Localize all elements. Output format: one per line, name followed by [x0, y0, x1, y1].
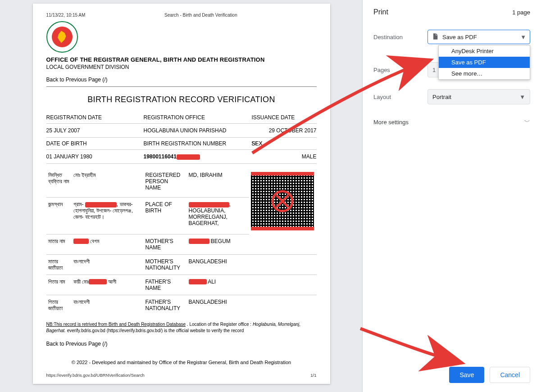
gov-logo	[46, 21, 78, 53]
row-father-nat-en-value: BANGLADESHI	[187, 295, 317, 315]
destination-option-saveaspdf[interactable]: Save as PDF	[439, 57, 530, 68]
destination-label: Destination	[373, 34, 427, 41]
layout-value: Portrait	[432, 94, 451, 100]
back-link-top[interactable]: Back to Previous Page (/)	[46, 77, 317, 83]
val-issuance-date: 29 OCTOBER 2017	[252, 124, 317, 138]
row-place-en-value: , HOGLABUNIA, MORRELGANJ, BAGERHAT,	[187, 198, 249, 234]
row-father-bn-value: কারী মোঃ আলী	[72, 275, 144, 295]
hdr-brn: BIRTH REGISTRATION NUMBER	[144, 138, 252, 150]
row-father-en-label: FATHER'S NAME	[144, 275, 187, 295]
more-settings-toggle[interactable]: More settings ﹀	[373, 116, 530, 128]
chevron-down-icon: ▼	[519, 94, 525, 100]
page-count: 1 page	[512, 9, 530, 16]
footer-page-number: 1/1	[310, 373, 316, 378]
doc-timestamp: 11/13/22, 10:15 AM	[46, 13, 86, 18]
row-place-bn-value: গ্রাম- , ডাকঘর- হোগলাবুনিয়া, উপজেল- মোড…	[72, 198, 144, 234]
footer-url: https://everify.bdris.gov.bd/UBRNVerific…	[46, 373, 145, 378]
row-name-en-value: MD, IBRAHIM	[187, 168, 249, 198]
layout-label: Layout	[373, 94, 427, 100]
row-father-en-value: ALI	[187, 275, 317, 295]
row-name-en-label: REGISTERED PERSON NAME	[144, 168, 187, 198]
doc-header-center: Search - Birth and Death Verification	[164, 13, 237, 18]
save-button[interactable]: Save	[449, 367, 484, 383]
row-name-bn-label: নিবন্ধিত ব্যক্তির নাম	[46, 168, 72, 198]
back-link-bottom[interactable]: Back to Previous Page (/)	[46, 341, 317, 347]
destination-dropdown[interactable]: AnyDesk Printer Save as PDF See more…	[438, 45, 530, 80]
row-mother-nat-bn-value: বাংলাদেশী	[72, 254, 144, 275]
destination-value: Save as PDF	[442, 34, 477, 41]
destination-option-anydesk[interactable]: AnyDesk Printer	[439, 45, 530, 57]
chevron-down-icon: ﹀	[524, 118, 530, 126]
nb-note: NB:This record is retrived from Birth an…	[46, 321, 317, 334]
row-father-bn-label: পিতার নাম	[46, 275, 72, 295]
row-mother-en-label: MOTHER'S NAME	[144, 234, 187, 254]
hdr-reg-date: REGISTRATION DATE	[46, 112, 144, 124]
qr-code	[251, 172, 314, 230]
hdr-dob: DATE OF BIRTH	[46, 138, 144, 150]
office-title: OFFICE OF THE REGISTRAR GENERAL, BIRTH A…	[46, 56, 317, 63]
cancel-button[interactable]: Cancel	[490, 367, 530, 383]
row-father-nat-bn-value: বাংলাদেশী	[72, 295, 144, 315]
row-name-bn-value: মোঃ ইব্রাহীম	[72, 168, 144, 198]
print-title: Print	[373, 8, 388, 16]
row-mother-nat-en-label: MOTHER'S NATIONALITY	[144, 254, 187, 275]
office-subtitle: LOCAL GOVERNMENT DIVISION	[46, 64, 317, 70]
val-dob: 01 JANUARY 1980	[46, 150, 144, 164]
print-panel: Print 1 page Destination Save as PDF ▼	[363, 0, 541, 392]
val-reg-office: HOGLABUNIA UNION PARISHAD	[144, 124, 252, 138]
doc-main-title: BIRTH REGISTRATION RECORD VERIFICATION	[46, 95, 317, 104]
print-preview-area: 11/13/22, 10:15 AM Search - Birth and De…	[0, 0, 363, 392]
layout-select[interactable]: Portrait ▼	[427, 89, 530, 104]
hdr-issuance-date: ISSUANCE DATE	[252, 112, 317, 124]
val-brn: 19800116041	[144, 150, 252, 164]
row-mother-nat-en-value: BANGLADESHI	[187, 254, 317, 275]
row-place-bn-label: জন্মস্থান	[46, 198, 72, 234]
row-mother-bn-value: বেগম	[72, 234, 144, 254]
row-father-nat-bn-label: পিতার জাতীয়তা	[46, 295, 72, 315]
document-page: 11/13/22, 10:15 AM Search - Birth and De…	[33, 4, 330, 384]
copyright-line: © 2022 - Developed and maintained by Off…	[46, 360, 317, 365]
val-sex: MALE	[252, 150, 317, 164]
hdr-sex: SEX	[252, 138, 317, 150]
row-father-nat-en-label: FATHER'S NATIONALITY	[144, 295, 187, 315]
destination-select[interactable]: Save as PDF ▼	[427, 30, 530, 44]
more-settings-label: More settings	[373, 119, 409, 126]
row-mother-en-value: BEGUM	[187, 234, 317, 254]
pages-label: Pages	[373, 67, 427, 73]
pdf-icon	[432, 33, 439, 41]
row-place-en-label: PLACE OF BIRTH	[144, 198, 187, 234]
chevron-down-icon: ▼	[520, 34, 526, 41]
row-mother-nat-bn-label: মাতার জাতীয়তা	[46, 254, 72, 275]
hdr-reg-office: REGISTRATION OFFICE	[144, 112, 252, 124]
row-mother-bn-label: মাতার নাম	[46, 234, 72, 254]
destination-option-seemore[interactable]: See more…	[439, 68, 530, 79]
val-reg-date: 25 JULY 2007	[46, 124, 144, 138]
